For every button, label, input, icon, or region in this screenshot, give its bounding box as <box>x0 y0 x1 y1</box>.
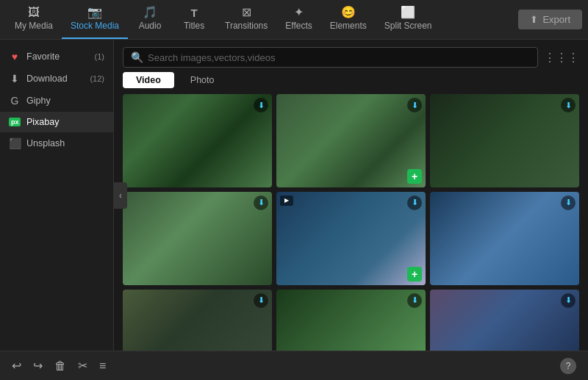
grid-view-icon[interactable]: ⋮⋮⋮ <box>544 51 579 65</box>
unsplash-icon: ⬛ <box>9 137 21 149</box>
search-icon: 🔍 <box>131 51 143 63</box>
delete-button[interactable]: 🗑 <box>54 359 66 373</box>
giphy-icon: G <box>9 95 21 107</box>
cut-button[interactable]: ✂ <box>78 359 87 373</box>
export-icon: ⬆ <box>530 14 538 25</box>
split-screen-icon: ⬜ <box>401 7 415 18</box>
media-thumb-2[interactable]: ⬇ + <box>276 94 426 187</box>
nav-stock-media[interactable]: 📷 Stock Media <box>62 0 128 39</box>
nav-audio[interactable]: 🎵 Audio <box>128 0 172 39</box>
nav-elements[interactable]: 😊 Elements <box>321 0 376 39</box>
media-thumb-7[interactable]: ⬇ <box>123 290 272 351</box>
nav-effects-label: Effects <box>285 21 312 31</box>
export-button[interactable]: ⬆ Export <box>518 10 582 29</box>
help-button[interactable]: ? <box>560 358 576 374</box>
thumb-2-download[interactable]: ⬇ <box>407 98 422 112</box>
favorite-count: (1) <box>95 52 104 61</box>
nav-transitions[interactable]: ⊠ Transitions <box>216 0 276 39</box>
tab-photo[interactable]: Photo <box>177 72 228 88</box>
thumb-4-download[interactable]: ⬇ <box>254 196 268 210</box>
thumb-1-download[interactable]: ⬇ <box>254 98 268 112</box>
search-input-wrap: 🔍 <box>123 47 538 68</box>
sidebar-item-giphy[interactable]: G Giphy <box>0 90 113 112</box>
titles-icon: T <box>190 7 197 18</box>
thumb-5-add[interactable]: + <box>407 267 422 282</box>
download-sidebar-icon: ⬇ <box>9 73 21 85</box>
undo-button[interactable]: ↩ <box>12 359 21 373</box>
thumb-6-download[interactable]: ⬇ <box>561 196 576 210</box>
sidebar-label-unsplash: Unsplash <box>26 138 65 148</box>
thumb-9-download[interactable]: ⬇ <box>561 293 576 308</box>
elements-icon: 😊 <box>341 7 356 18</box>
media-grid-wrap: ⬇ ⬇ + ⬇ ⬇ ▶ ⬇ + ⬇ <box>114 94 588 351</box>
nav-titles-label: Titles <box>184 21 204 31</box>
list-button[interactable]: ≡ <box>99 359 106 373</box>
media-thumb-1[interactable]: ⬇ <box>123 94 272 187</box>
redo-button[interactable]: ↪ <box>33 359 43 373</box>
nav-split-screen-label: Split Screen <box>384 21 432 31</box>
pixabay-icon: px <box>9 118 21 126</box>
sidebar-collapse-arrow[interactable]: ‹ <box>114 182 127 209</box>
media-thumb-3[interactable]: ⬇ <box>430 94 579 187</box>
stock-media-icon: 📷 <box>87 7 102 18</box>
thumb-8-download[interactable]: ⬇ <box>407 293 422 308</box>
thumb-3-download[interactable]: ⬇ <box>561 98 576 112</box>
effects-icon: ✦ <box>294 7 304 18</box>
media-thumb-6[interactable]: ⬇ <box>430 192 579 285</box>
transitions-icon: ⊠ <box>242 7 251 18</box>
media-thumb-4[interactable]: ⬇ <box>123 192 272 285</box>
main-area: ♥ Favorite (1) ⬇ Download (12) G Giphy p… <box>0 40 588 351</box>
nav-audio-label: Audio <box>139 21 162 31</box>
tab-row: Video Photo <box>114 72 588 88</box>
my-media-icon: 🖼 <box>28 7 40 18</box>
nav-transitions-label: Transitions <box>225 21 268 31</box>
media-grid: ⬇ ⬇ + ⬇ ⬇ ▶ ⬇ + ⬇ <box>123 94 579 351</box>
nav-split-screen[interactable]: ⬜ Split Screen <box>376 0 441 39</box>
sidebar-item-pixabay[interactable]: px Pixabay <box>0 112 113 132</box>
search-input[interactable] <box>148 52 530 63</box>
thumb-7-download[interactable]: ⬇ <box>254 293 268 308</box>
tab-video[interactable]: Video <box>123 72 174 88</box>
sidebar-label-pixabay: Pixabay <box>26 117 59 127</box>
top-nav: 🖼 My Media 📷 Stock Media 🎵 Audio T Title… <box>0 0 588 40</box>
search-bar: 🔍 ⋮⋮⋮ <box>114 40 588 72</box>
thumb-5-download[interactable]: ⬇ <box>407 196 422 210</box>
thumb-2-add[interactable]: + <box>407 169 422 184</box>
bottom-toolbar: ↩ ↪ 🗑 ✂ ≡ ? <box>0 351 588 380</box>
sidebar-label-download: Download <box>26 74 68 84</box>
nav-stock-media-label: Stock Media <box>71 21 119 31</box>
export-label: Export <box>542 14 570 25</box>
thumb-5-video-icon: ▶ <box>280 196 293 206</box>
sidebar-item-favorite[interactable]: ♥ Favorite (1) <box>0 46 113 68</box>
content-area: ‹ 🔍 ⋮⋮⋮ Video Photo ⬇ ⬇ + <box>114 40 588 351</box>
media-thumb-8[interactable]: ⬇ <box>276 290 426 351</box>
sidebar-item-unsplash[interactable]: ⬛ Unsplash <box>0 132 113 154</box>
download-count: (12) <box>90 74 104 83</box>
nav-my-media[interactable]: 🖼 My Media <box>6 0 62 39</box>
sidebar-label-giphy: Giphy <box>26 96 51 106</box>
heart-icon: ♥ <box>9 51 21 62</box>
media-thumb-9[interactable]: ⬇ <box>430 290 579 351</box>
sidebar-label-favorite: Favorite <box>26 51 60 62</box>
sidebar-item-download[interactable]: ⬇ Download (12) <box>0 68 113 90</box>
sidebar: ♥ Favorite (1) ⬇ Download (12) G Giphy p… <box>0 40 114 351</box>
media-thumb-5[interactable]: ▶ ⬇ + <box>276 192 426 285</box>
nav-elements-label: Elements <box>330 21 367 31</box>
nav-my-media-label: My Media <box>15 21 53 31</box>
audio-icon: 🎵 <box>143 7 157 18</box>
nav-effects[interactable]: ✦ Effects <box>276 0 320 39</box>
nav-titles[interactable]: T Titles <box>172 0 216 39</box>
